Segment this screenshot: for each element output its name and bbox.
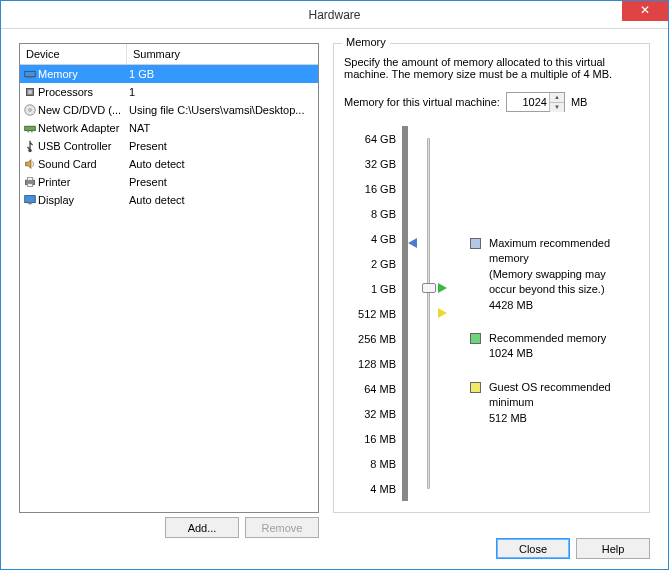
tick-label: 64 MB bbox=[364, 376, 396, 401]
device-row[interactable]: Sound CardAuto detect bbox=[20, 155, 318, 173]
svg-rect-11 bbox=[27, 131, 29, 133]
device-row[interactable]: DisplayAuto detect bbox=[20, 191, 318, 209]
tick-label: 2 GB bbox=[371, 251, 396, 276]
svg-rect-16 bbox=[27, 184, 32, 187]
device-name: Processors bbox=[38, 86, 127, 98]
device-row[interactable]: Network AdapterNAT bbox=[20, 119, 318, 137]
svg-point-13 bbox=[28, 149, 32, 153]
device-list-header: Device Summary bbox=[20, 44, 318, 65]
device-summary: Present bbox=[127, 176, 318, 188]
memory-input-label: Memory for this virtual machine: bbox=[344, 96, 500, 108]
memory-unit: MB bbox=[571, 96, 588, 108]
memory-input[interactable] bbox=[507, 93, 549, 111]
recommended-memory-marker bbox=[438, 283, 447, 293]
header-summary[interactable]: Summary bbox=[127, 44, 318, 64]
device-name: Display bbox=[38, 194, 127, 206]
device-row[interactable]: PrinterPresent bbox=[20, 173, 318, 191]
hardware-dialog: Hardware ✕ Device Summary Memory1 GBProc… bbox=[0, 0, 669, 570]
printer-icon bbox=[20, 175, 38, 189]
svg-rect-10 bbox=[25, 126, 36, 130]
legend-max-title: Maximum recommended memory bbox=[489, 236, 630, 267]
device-name: Network Adapter bbox=[38, 122, 127, 134]
svg-rect-7 bbox=[28, 90, 32, 94]
legend-rec: Recommended memory 1024 MB bbox=[470, 331, 630, 362]
window-title: Hardware bbox=[308, 8, 360, 22]
device-summary: Auto detect bbox=[127, 158, 318, 170]
tick-label: 8 MB bbox=[370, 451, 396, 476]
display-icon bbox=[20, 193, 38, 207]
memory-groupbox: Memory Specify the amount of memory allo… bbox=[333, 43, 650, 513]
add-button[interactable]: Add... bbox=[165, 517, 239, 538]
sound-icon bbox=[20, 157, 38, 171]
device-summary: Using file C:\Users\vamsi\Desktop... bbox=[127, 104, 318, 116]
memory-spinbox[interactable]: ▲ ▼ bbox=[506, 92, 565, 112]
device-name: Memory bbox=[38, 68, 127, 80]
device-name: New CD/DVD (... bbox=[38, 104, 127, 116]
tick-label: 256 MB bbox=[358, 326, 396, 351]
spin-up-icon[interactable]: ▲ bbox=[550, 93, 564, 103]
legend-rec-value: 1024 MB bbox=[489, 346, 606, 361]
close-icon[interactable]: ✕ bbox=[622, 1, 668, 21]
tick-label: 1 GB bbox=[371, 276, 396, 301]
spin-down-icon[interactable]: ▼ bbox=[550, 103, 564, 112]
svg-rect-0 bbox=[25, 71, 36, 76]
tick-label: 16 MB bbox=[364, 426, 396, 451]
legend-rec-title: Recommended memory bbox=[489, 331, 606, 346]
svg-rect-18 bbox=[28, 203, 32, 205]
legend-max: Maximum recommended memory (Memory swapp… bbox=[470, 236, 630, 313]
device-name: Sound Card bbox=[38, 158, 127, 170]
groupbox-title: Memory bbox=[342, 36, 390, 48]
legend-min: Guest OS recommended minimum 512 MB bbox=[470, 380, 630, 426]
remove-button[interactable]: Remove bbox=[245, 517, 319, 538]
legend-min-title: Guest OS recommended minimum bbox=[489, 380, 630, 411]
cd-icon bbox=[20, 103, 38, 117]
tick-label: 4 MB bbox=[370, 476, 396, 501]
device-summary: Auto detect bbox=[127, 194, 318, 206]
device-row[interactable]: USB ControllerPresent bbox=[20, 137, 318, 155]
legend-max-note: (Memory swapping may occur beyond this s… bbox=[489, 267, 630, 298]
processor-icon bbox=[20, 85, 38, 99]
usb-icon bbox=[20, 139, 38, 153]
tick-label: 4 GB bbox=[371, 226, 396, 251]
device-name: Printer bbox=[38, 176, 127, 188]
svg-point-9 bbox=[29, 109, 32, 112]
legend-max-value: 4428 MB bbox=[489, 298, 630, 313]
legend-square-blue bbox=[470, 238, 481, 249]
legend-min-value: 512 MB bbox=[489, 411, 630, 426]
help-button[interactable]: Help bbox=[576, 538, 650, 559]
tick-label: 32 GB bbox=[365, 151, 396, 176]
network-icon bbox=[20, 121, 38, 135]
tick-label: 512 MB bbox=[358, 301, 396, 326]
device-list: Device Summary Memory1 GBProcessors1New … bbox=[19, 43, 319, 513]
max-memory-marker bbox=[408, 238, 417, 248]
svg-rect-17 bbox=[25, 196, 36, 203]
device-name: USB Controller bbox=[38, 140, 127, 152]
device-summary: Present bbox=[127, 140, 318, 152]
tick-label: 8 GB bbox=[371, 201, 396, 226]
device-row[interactable]: Memory1 GB bbox=[20, 65, 318, 83]
titlebar: Hardware ✕ bbox=[1, 1, 668, 29]
device-row[interactable]: Processors1 bbox=[20, 83, 318, 101]
tick-label: 128 MB bbox=[358, 351, 396, 376]
memory-icon bbox=[20, 67, 38, 81]
legend-square-yellow bbox=[470, 382, 481, 393]
legend-square-green bbox=[470, 333, 481, 344]
min-memory-marker bbox=[438, 308, 447, 318]
device-summary: 1 GB bbox=[127, 68, 318, 80]
svg-rect-15 bbox=[27, 178, 32, 181]
tick-label: 32 MB bbox=[364, 401, 396, 426]
memory-description: Specify the amount of memory allocated t… bbox=[344, 56, 639, 80]
close-button[interactable]: Close bbox=[496, 538, 570, 559]
device-row[interactable]: New CD/DVD (...Using file C:\Users\vamsi… bbox=[20, 101, 318, 119]
slider-thumb[interactable] bbox=[422, 283, 436, 293]
device-summary: NAT bbox=[127, 122, 318, 134]
tick-label: 64 GB bbox=[365, 126, 396, 151]
memory-slider[interactable] bbox=[420, 126, 436, 501]
tick-label: 16 GB bbox=[365, 176, 396, 201]
header-device[interactable]: Device bbox=[20, 44, 127, 64]
device-summary: 1 bbox=[127, 86, 318, 98]
svg-rect-12 bbox=[31, 131, 33, 133]
